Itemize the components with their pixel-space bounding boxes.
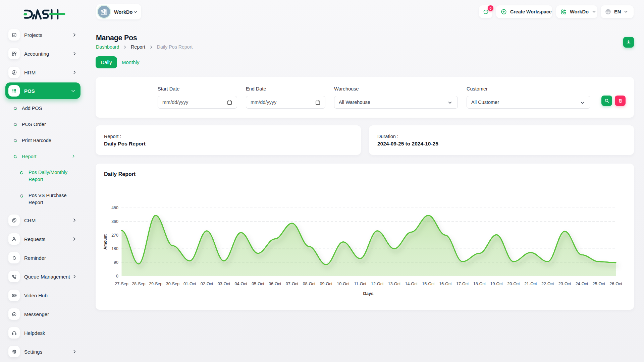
svg-text:180: 180: [111, 246, 118, 251]
svg-text:18-Oct: 18-Oct: [473, 282, 486, 286]
svg-text:30-Sep: 30-Sep: [166, 282, 179, 286]
svg-text:01-Oct: 01-Oct: [183, 282, 196, 286]
svg-text:23-Oct: 23-Oct: [558, 282, 571, 286]
svg-text:24-Oct: 24-Oct: [576, 282, 588, 286]
svg-text:04-Oct: 04-Oct: [234, 282, 247, 286]
svg-text:21-Oct: 21-Oct: [524, 282, 537, 286]
svg-text:27-Sep: 27-Sep: [115, 282, 128, 286]
svg-text:90: 90: [114, 260, 118, 265]
svg-text:02-Oct: 02-Oct: [201, 282, 213, 286]
svg-text:16-Oct: 16-Oct: [439, 282, 452, 286]
svg-text:Amount: Amount: [103, 234, 108, 249]
svg-text:05-Oct: 05-Oct: [252, 282, 264, 286]
svg-text:14-Oct: 14-Oct: [405, 282, 418, 286]
svg-text:26-Oct: 26-Oct: [609, 282, 622, 286]
svg-text:450: 450: [111, 205, 118, 210]
svg-text:17-Oct: 17-Oct: [456, 282, 469, 286]
svg-text:22-Oct: 22-Oct: [541, 282, 554, 286]
svg-text:360: 360: [111, 219, 118, 224]
svg-text:0: 0: [116, 274, 118, 279]
svg-text:25-Oct: 25-Oct: [592, 282, 605, 286]
svg-text:08-Oct: 08-Oct: [303, 282, 316, 286]
svg-text:12-Oct: 12-Oct: [371, 282, 384, 286]
svg-text:03-Oct: 03-Oct: [218, 282, 230, 286]
svg-text:20-Oct: 20-Oct: [507, 282, 520, 286]
svg-text:09-Oct: 09-Oct: [320, 282, 332, 286]
svg-text:06-Oct: 06-Oct: [269, 282, 281, 286]
svg-text:19-Oct: 19-Oct: [490, 282, 503, 286]
svg-text:10-Oct: 10-Oct: [337, 282, 350, 286]
svg-text:07-Oct: 07-Oct: [286, 282, 299, 286]
svg-text:11-Oct: 11-Oct: [354, 282, 367, 286]
svg-text:28-Sep: 28-Sep: [132, 282, 145, 286]
svg-text:270: 270: [111, 233, 118, 238]
svg-text:29-Sep: 29-Sep: [149, 282, 162, 286]
svg-text:15-Oct: 15-Oct: [422, 282, 435, 286]
svg-text:13-Oct: 13-Oct: [388, 282, 401, 286]
